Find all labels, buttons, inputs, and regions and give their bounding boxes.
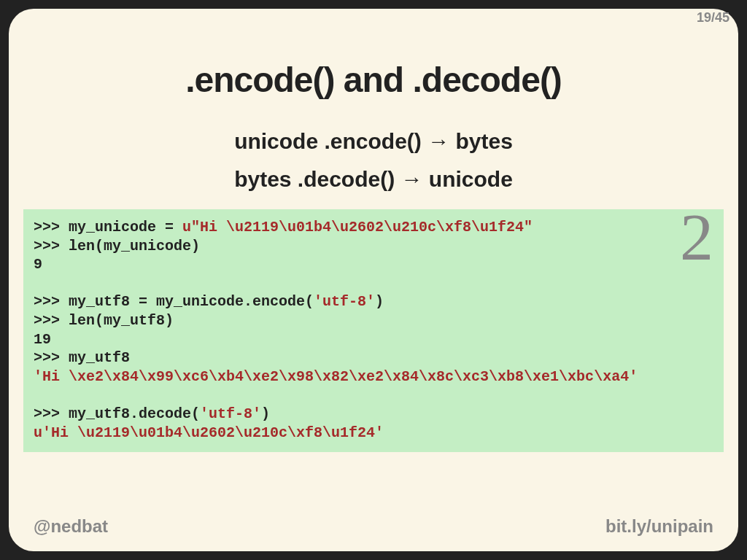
code-block: 2>>> my_unicode = u"Hi \u2119\u01b4\u260… xyxy=(23,209,724,452)
code-line: 19 xyxy=(34,331,51,348)
code-string: u'Hi \u2119\u01b4\u2602\u210c\xf8\u1f24' xyxy=(34,424,384,441)
page-total: 45 xyxy=(715,10,729,25)
subtitle-encode: unicode .encode() → bytes xyxy=(31,129,716,154)
subtitle-decode: bytes .decode() → unicode xyxy=(31,167,716,192)
code-line: ) xyxy=(375,293,384,310)
code-line: 9 xyxy=(34,256,42,273)
code-string: 'utf-8' xyxy=(200,405,261,422)
code-line: >>> len(my_unicode) xyxy=(34,238,200,254)
slide: .encode() and .decode() unicode .encode(… xyxy=(9,9,738,551)
footer: @nedbat bit.ly/unipain xyxy=(34,516,713,537)
footer-handle: @nedbat xyxy=(34,516,108,537)
code-string: 'utf-8' xyxy=(314,293,375,310)
page-counter: 19/45 xyxy=(697,10,729,26)
code-line: >>> my_utf8 = my_unicode.encode( xyxy=(34,293,314,310)
code-line: >>> my_utf8.decode( xyxy=(34,405,200,422)
code-line: ) xyxy=(261,405,270,422)
code-line: >>> my_unicode = xyxy=(34,219,182,236)
code-string: 'Hi \xe2\x84\x99\xc6\xb4\xe2\x98\x82\xe2… xyxy=(34,368,638,385)
code-line: >>> my_utf8 xyxy=(34,349,130,366)
python-version-badge: 2 xyxy=(680,209,713,271)
code-line: >>> len(my_utf8) xyxy=(34,312,174,329)
slide-title: .encode() and .decode() xyxy=(31,60,716,100)
footer-link: bit.ly/unipain xyxy=(605,516,713,537)
code-string: u"Hi \u2119\u01b4\u2602\u210c\xf8\u1f24" xyxy=(182,219,533,236)
page-current: 19 xyxy=(697,10,711,25)
